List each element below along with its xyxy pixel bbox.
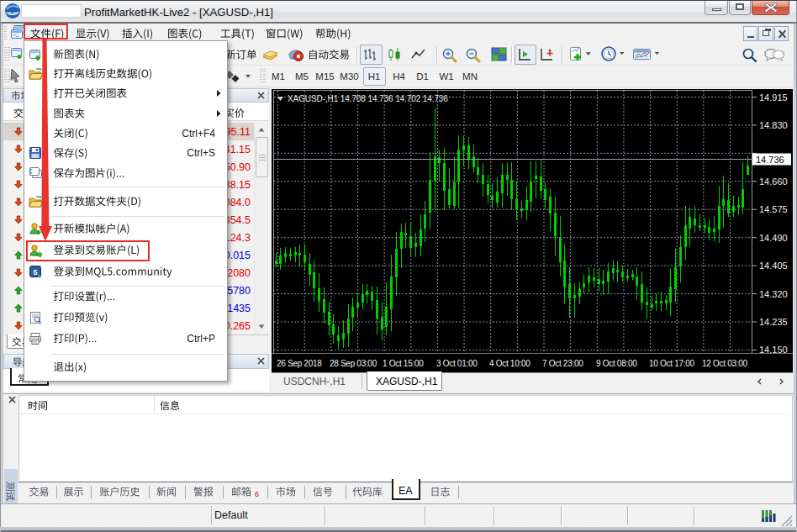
svg-text:14.915: 14.915 [759, 92, 788, 103]
svg-text:14.490: 14.490 [759, 233, 788, 243]
svg-text:14.235: 14.235 [759, 317, 788, 327]
svg-text:10 Oct 17:00: 10 Oct 17:00 [649, 359, 694, 368]
svg-text:12 Oct 03:00: 12 Oct 03:00 [702, 359, 747, 368]
svg-text:5: 5 [33, 268, 37, 277]
svg-text:3 Oct 01:00: 3 Oct 01:00 [436, 359, 478, 368]
svg-text:9 Oct 08:00: 9 Oct 08:00 [596, 359, 637, 368]
svg-text:14.575: 14.575 [759, 204, 788, 214]
svg-text:26 Sep 2018: 26 Sep 2018 [277, 359, 322, 368]
svg-text:7 Oct 23:00: 7 Oct 23:00 [542, 359, 583, 368]
svg-text:XAGUSD-,H1 14.708 14.736 14.70: XAGUSD-,H1 14.708 14.736 14.702 14.736 [288, 94, 448, 103]
svg-text:14.736: 14.736 [756, 155, 784, 165]
svg-text:14.830: 14.830 [759, 120, 788, 130]
svg-text:1 Oct 15:00: 1 Oct 15:00 [383, 359, 424, 368]
svg-text:14.405: 14.405 [759, 261, 788, 271]
svg-text:4 Oct 10:00: 4 Oct 10:00 [489, 359, 530, 368]
svg-text:14.320: 14.320 [759, 289, 788, 299]
svg-text:PROFIT: PROFIT [6, 11, 19, 15]
svg-text:14.660: 14.660 [759, 176, 788, 187]
svg-text:28 Sep 03:00: 28 Sep 03:00 [330, 359, 377, 368]
